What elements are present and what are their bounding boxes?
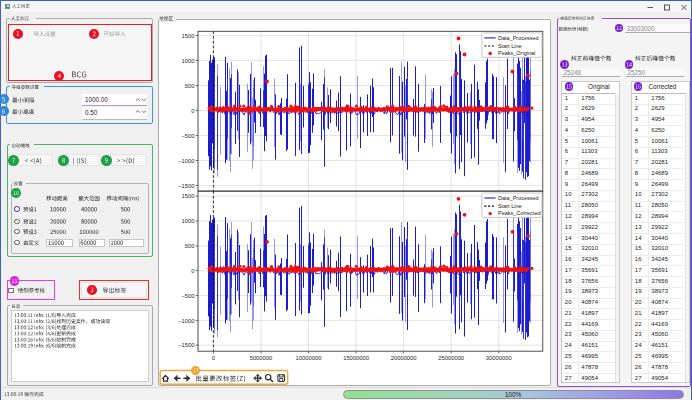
svg-text:−1000: −1000 xyxy=(178,158,194,164)
svg-text:Data_Processed: Data_Processed xyxy=(498,195,539,201)
svg-text:Data_Processed: Data_Processed xyxy=(498,35,539,41)
svg-text:30000000: 30000000 xyxy=(486,355,512,361)
svg-text:−500: −500 xyxy=(181,133,194,139)
svg-text:Peaks_Corrected: Peaks_Corrected xyxy=(498,210,541,216)
svg-text:1500: 1500 xyxy=(182,33,195,39)
svg-text:0: 0 xyxy=(191,108,194,114)
svg-text:500: 500 xyxy=(185,83,195,89)
svg-text:0: 0 xyxy=(191,268,194,274)
svg-text:Start Line: Start Line xyxy=(498,203,522,209)
svg-text:−1500: −1500 xyxy=(178,183,194,189)
svg-text:1500: 1500 xyxy=(182,193,195,199)
svg-text:500: 500 xyxy=(185,243,195,249)
svg-text:−500: −500 xyxy=(181,293,194,299)
svg-text:10000000: 10000000 xyxy=(296,355,322,361)
svg-text:5000000: 5000000 xyxy=(250,355,273,361)
svg-text:15000000: 15000000 xyxy=(343,355,369,361)
svg-text:Start Line: Start Line xyxy=(498,43,522,49)
svg-text:25000000: 25000000 xyxy=(438,355,464,361)
svg-text:0: 0 xyxy=(212,355,215,361)
svg-text:−1500: −1500 xyxy=(178,342,194,348)
svg-text:20000000: 20000000 xyxy=(391,355,417,361)
svg-text:Peaks_Original: Peaks_Original xyxy=(498,50,535,56)
svg-text:1000: 1000 xyxy=(182,58,195,64)
svg-text:−1000: −1000 xyxy=(178,318,194,324)
svg-text:1000: 1000 xyxy=(182,218,195,224)
